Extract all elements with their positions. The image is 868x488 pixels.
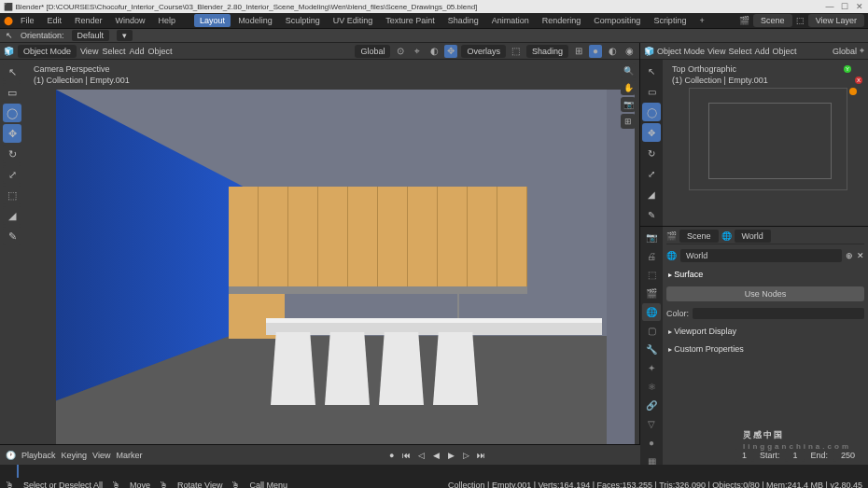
mode-select[interactable]: Object Mode xyxy=(18,45,77,58)
menu-render[interactable]: Render xyxy=(69,14,108,27)
jump-end-icon[interactable]: ⏭ xyxy=(474,449,487,462)
shade-render-icon[interactable]: ◉ xyxy=(623,45,636,58)
playhead[interactable] xyxy=(17,465,19,478)
frame-start[interactable]: 1 xyxy=(785,449,805,462)
workspace-script[interactable]: Scripting xyxy=(648,14,692,27)
tab-constraint[interactable]: 🔗 xyxy=(642,397,661,414)
autokey-icon[interactable]: ● xyxy=(389,451,394,460)
shade-wire-icon[interactable]: ⊞ xyxy=(572,45,585,58)
color-swatch[interactable] xyxy=(693,308,864,319)
workspace-comp[interactable]: Compositing xyxy=(588,14,646,27)
mini-menu-select[interactable]: Select xyxy=(728,47,751,56)
pivot-icon[interactable]: ⊙ xyxy=(394,45,407,58)
tab-data[interactable]: ▽ xyxy=(642,415,661,433)
workspace-render[interactable]: Rendering xyxy=(537,14,587,27)
shade-lookdev-icon[interactable]: ◐ xyxy=(606,45,619,58)
tab-scene[interactable]: 🎬 xyxy=(642,285,661,302)
mini-menu-object[interactable]: Object xyxy=(772,47,796,56)
menu-edit[interactable]: Edit xyxy=(42,14,68,27)
tl-view[interactable]: View xyxy=(92,451,110,460)
world-name-field[interactable]: World xyxy=(680,249,842,262)
tab-particles[interactable]: ✦ xyxy=(642,359,661,377)
mini-menu-view[interactable]: View xyxy=(707,47,725,56)
workspace-uv[interactable]: UV Editing xyxy=(328,14,379,27)
main-viewport[interactable]: Camera Perspective (1) Collection | Empt… xyxy=(24,60,639,444)
tl-playback[interactable]: Playback xyxy=(21,451,56,460)
workspace-shading[interactable]: Shading xyxy=(442,14,484,27)
panel-viewport-display[interactable]: Viewport Display xyxy=(666,324,864,339)
mini-global[interactable]: Global xyxy=(833,47,857,56)
play-icon[interactable]: ▶ xyxy=(444,449,457,462)
workspace-sculpting[interactable]: Sculpting xyxy=(280,14,326,27)
mini-tool-scale[interactable]: ⤢ xyxy=(642,164,661,183)
workspace-add[interactable]: + xyxy=(693,14,709,27)
tool-select-box[interactable]: ▭ xyxy=(3,83,21,102)
mini-tool-select[interactable]: ↖ xyxy=(642,62,661,80)
timeline-icon[interactable]: 🕐 xyxy=(6,451,16,460)
tab-object[interactable]: ▢ xyxy=(642,322,661,340)
crumb-scene[interactable]: Scene xyxy=(679,230,719,243)
workspace-layout[interactable]: Layout xyxy=(194,14,231,27)
jump-start-icon[interactable]: ⏮ xyxy=(399,449,413,462)
orientation-global[interactable]: Global xyxy=(355,45,390,58)
overlays-toggle[interactable]: Overlays xyxy=(461,45,506,58)
vp-menu-object[interactable]: Object xyxy=(147,47,172,56)
vp-menu-view[interactable]: View xyxy=(80,47,98,56)
tool-scale[interactable]: ⤢ xyxy=(3,165,21,184)
editor-type-icon[interactable]: 🧊 xyxy=(4,47,14,56)
drag-select[interactable]: ▾ xyxy=(117,30,133,41)
timeline-ruler[interactable] xyxy=(0,465,868,478)
tl-marker[interactable]: Marker xyxy=(116,451,142,460)
tool-rotate[interactable]: ↻ xyxy=(3,145,21,163)
nav-gizmo[interactable]: X Y xyxy=(833,65,862,95)
workspace-anim[interactable]: Animation xyxy=(486,14,535,27)
mini-mode-select[interactable]: Object Mode xyxy=(657,47,705,56)
menu-help[interactable]: Help xyxy=(153,14,182,27)
crumb-world[interactable]: World xyxy=(735,230,771,243)
frame-end[interactable]: 250 xyxy=(833,449,862,462)
tool-transform[interactable]: ⬚ xyxy=(3,186,21,204)
vp-menu-add[interactable]: Add xyxy=(129,47,144,56)
vp-persp-icon[interactable]: ⊞ xyxy=(621,114,636,129)
mini-tool-rotate[interactable]: ↻ xyxy=(642,144,661,162)
tab-output[interactable]: 🖨 xyxy=(642,247,661,265)
mini-tool-move[interactable]: ✥ xyxy=(642,123,661,142)
vp-pan-icon[interactable]: ✋ xyxy=(621,80,636,95)
close-button[interactable]: ✕ xyxy=(855,2,864,11)
xray-icon[interactable]: ⬚ xyxy=(510,45,523,58)
menu-window[interactable]: Window xyxy=(110,14,151,27)
use-nodes-button[interactable]: Use Nodes xyxy=(666,286,864,301)
gizmo-toggle[interactable]: ✥ xyxy=(444,45,457,58)
scene-selector[interactable]: Scene xyxy=(753,14,792,27)
tab-viewlayer[interactable]: ⬚ xyxy=(642,266,661,284)
play-rev-icon[interactable]: ◀ xyxy=(429,449,442,462)
mini-tool-cursor[interactable]: ◯ xyxy=(642,103,661,121)
mini-tool-measure[interactable]: ◢ xyxy=(642,185,661,203)
world-new-icon[interactable]: ⊕ xyxy=(846,251,853,260)
tab-render[interactable]: 📷 xyxy=(642,229,661,246)
tool-measure[interactable]: ◢ xyxy=(3,206,21,225)
orientation-select[interactable]: Default xyxy=(72,30,110,41)
tab-material[interactable]: ● xyxy=(642,434,661,452)
viewlayer-selector[interactable]: View Layer xyxy=(808,14,864,27)
mini-tool-box[interactable]: ▭ xyxy=(642,82,661,101)
tool-cursor[interactable]: ◯ xyxy=(3,104,21,122)
tl-keying[interactable]: Keying xyxy=(62,451,88,460)
mini-menu-add[interactable]: Add xyxy=(754,47,769,56)
panel-surface[interactable]: Surface xyxy=(666,267,864,282)
vp-menu-select[interactable]: Select xyxy=(102,47,125,56)
tool-move[interactable]: ✥ xyxy=(3,124,21,143)
keyframe-prev-icon[interactable]: ◁ xyxy=(414,449,427,462)
panel-custom-props[interactable]: Custom Properties xyxy=(666,342,864,356)
snap-icon[interactable]: ⌖ xyxy=(411,45,424,58)
world-unlink-icon[interactable]: ✕ xyxy=(857,251,864,260)
shade-solid-icon[interactable]: ● xyxy=(589,45,602,58)
tool-annotate[interactable]: ✎ xyxy=(3,227,21,245)
mini-snap-icon[interactable]: ⌖ xyxy=(860,46,864,56)
vp-camera-icon[interactable]: 📷 xyxy=(621,97,636,112)
mini-tool-annotate[interactable]: ✎ xyxy=(642,205,661,224)
minimize-button[interactable]: — xyxy=(825,2,834,11)
tab-modifier[interactable]: 🔧 xyxy=(642,341,661,358)
tab-physics[interactable]: ⚛ xyxy=(642,378,661,396)
tab-world[interactable]: 🌐 xyxy=(642,303,661,321)
